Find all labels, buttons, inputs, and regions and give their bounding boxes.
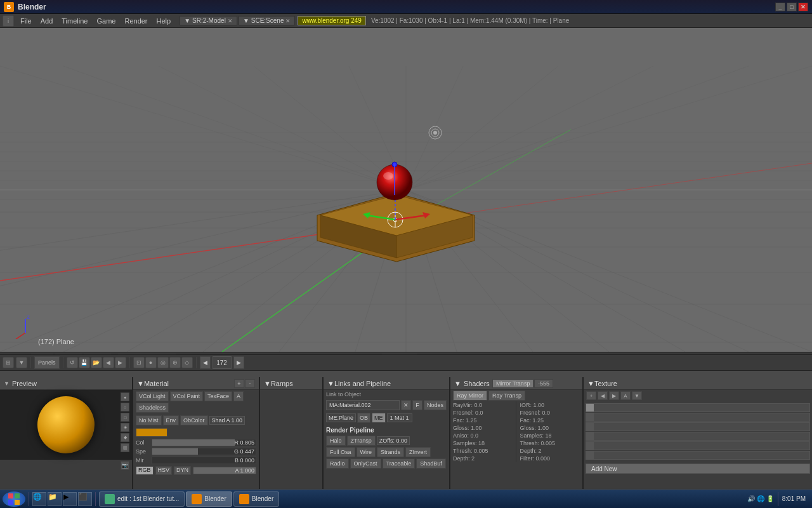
strands-btn[interactable]: Strands — [377, 447, 404, 457]
shad-a-field[interactable]: Shad A 1.00 — [209, 416, 246, 425]
hsv-button[interactable]: HSV — [155, 466, 173, 475]
dyn-button[interactable]: DYN — [174, 466, 191, 475]
halo-btn[interactable]: Halo — [326, 436, 346, 446]
tex-slot-1[interactable] — [586, 403, 810, 412]
col-slider[interactable]: R 0.805 — [152, 439, 256, 446]
tex-slot-4[interactable] — [586, 432, 810, 441]
taskbar-app-1[interactable]: edit : 1st Blender tut... — [99, 491, 185, 507]
ramps-collapse-arrow[interactable]: ▼ — [264, 380, 271, 387]
a-slider[interactable]: A 1.000 — [193, 467, 256, 474]
blender-link[interactable]: www.blender.org 249 — [298, 16, 365, 25]
ob-btn[interactable]: OB — [357, 413, 370, 423]
ptb-save-icon[interactable]: 💾 — [79, 357, 90, 368]
scene-tab-scene-close[interactable]: ✕ — [285, 18, 291, 24]
tex-a-icon[interactable]: A — [620, 391, 631, 400]
taskbar-app-3[interactable]: Blender — [233, 491, 279, 507]
zinvert-btn[interactable]: ZInvert — [405, 447, 431, 457]
ptb-phys-3[interactable]: ◎ — [157, 357, 169, 368]
minimize-button[interactable]: _ — [775, 3, 785, 11]
ztransp-btn[interactable]: ZTransp — [347, 436, 376, 446]
add-new-texture-button[interactable]: Add New — [586, 464, 810, 474]
tex-prev-icon[interactable]: ◀ — [598, 391, 608, 400]
ptb-phys-5[interactable]: ◇ — [181, 357, 193, 368]
menu-help[interactable]: Help — [153, 16, 175, 26]
mat-x-btn[interactable]: ✕ — [401, 400, 411, 410]
tex-slot-5[interactable] — [586, 441, 810, 450]
ptb-phys-4[interactable]: ⊛ — [169, 357, 181, 368]
tex-face-btn[interactable]: TexFace — [204, 391, 232, 401]
menu-timeline[interactable]: Timeline — [58, 16, 91, 26]
menu-add[interactable]: Add — [37, 16, 57, 26]
ob-color-btn[interactable]: ObColor — [180, 415, 208, 425]
shaders-collapse-arrow[interactable]: ▼ — [454, 380, 461, 387]
app-icon[interactable]: ⬛ — [78, 492, 92, 506]
shader-555-tab[interactable]: ·555 — [534, 379, 553, 388]
color-swatch[interactable] — [136, 428, 167, 437]
tex-b-icon[interactable]: ▼ — [632, 391, 642, 400]
ray-mirror-btn[interactable]: Ray Mirror — [453, 391, 487, 401]
traceable-btn[interactable]: Traceable — [383, 458, 416, 469]
menu-file[interactable]: File — [16, 16, 36, 26]
frame-prev-button[interactable]: ◀ — [200, 356, 211, 369]
full-osa-btn[interactable]: Full Osa — [326, 447, 355, 457]
shadbuf-btn[interactable]: ShadBuf — [416, 458, 446, 469]
ptb-refresh-icon[interactable]: ↺ — [67, 357, 78, 368]
preview-btn-1[interactable]: ● — [121, 392, 129, 401]
links-collapse-arrow[interactable]: ▼ — [327, 380, 334, 387]
tex-slot-2[interactable] — [586, 413, 810, 422]
viewport-3d[interactable]: Z (172) Plane — [0, 28, 812, 352]
tex-add-icon[interactable]: + — [586, 391, 596, 400]
preview-btn-6[interactable]: ▥ — [121, 443, 129, 452]
env-btn[interactable]: Env — [163, 415, 180, 425]
material-name-dropdown[interactable]: MA:Material.002 — [326, 400, 400, 410]
tex-slot-6[interactable] — [586, 451, 810, 460]
mat-add-btn[interactable]: + — [234, 379, 244, 388]
menu-render[interactable]: Render — [121, 16, 151, 26]
a-btn[interactable]: A — [233, 391, 244, 401]
preview-collapse-arrow[interactable]: ▼ — [4, 380, 10, 387]
scene-tab-model-close[interactable]: ✕ — [228, 18, 233, 24]
taskbar-app-2[interactable]: Blender — [186, 491, 232, 507]
preview-btn-4[interactable]: ◈ — [121, 423, 129, 432]
scene-tab-scene[interactable]: ▼ SCE:Scene ✕ — [239, 16, 296, 25]
preview-btn-5[interactable]: ◆ — [121, 433, 129, 442]
ptb-phys-1[interactable]: ⊡ — [133, 357, 145, 368]
no-mist-btn[interactable]: No Mist — [136, 415, 162, 425]
mirror-transp-tab[interactable]: Mirror Transp — [492, 379, 534, 388]
vcol-light-btn[interactable]: VCol Light — [136, 391, 169, 401]
mat-f-btn[interactable]: F — [412, 400, 422, 410]
me-btn[interactable]: ME — [372, 413, 386, 423]
tex-next-icon[interactable]: ▶ — [609, 391, 619, 400]
mat-remove-btn[interactable]: - — [245, 379, 255, 388]
ptb-phys-2[interactable]: ● — [145, 357, 157, 368]
spe-slider[interactable]: G 0.447 — [152, 448, 256, 455]
frame-number[interactable]: 172 — [213, 356, 232, 369]
scene-tab-model[interactable]: ▼ SR:2-Model ✕ — [180, 16, 237, 25]
vcol-paint-btn[interactable]: VCol Paint — [170, 391, 204, 401]
nodes-btn[interactable]: Nodes — [424, 400, 447, 410]
tex-slot-3[interactable] — [586, 422, 810, 431]
material-collapse-arrow[interactable]: ▼ — [137, 380, 144, 387]
folder-icon[interactable]: 📁 — [48, 492, 62, 506]
ptb-fwd-icon[interactable]: ▶ — [115, 357, 126, 368]
maximize-button[interactable]: □ — [787, 3, 797, 11]
panels-button[interactable]: Panels — [34, 356, 60, 369]
props-editor-icon[interactable]: ⊞ — [3, 357, 14, 368]
ptb-load-icon[interactable]: 📂 — [91, 357, 102, 368]
preview-camera-icon[interactable]: 📷 — [121, 461, 129, 470]
preview-btn-2[interactable]: ○ — [121, 403, 129, 411]
frame-next-button[interactable]: ▶ — [233, 356, 244, 369]
ray-transp-btn[interactable]: Ray Transp — [488, 391, 525, 401]
rgb-button[interactable]: RGB — [136, 466, 154, 475]
ie-icon[interactable]: 🌐 — [32, 492, 46, 506]
shadeless-btn[interactable]: Shadeless — [136, 403, 169, 413]
radio-btn[interactable]: Radio — [326, 458, 349, 469]
ptb-back-icon[interactable]: ◀ — [103, 357, 114, 368]
system-clock[interactable]: 8:01 PM — [782, 495, 806, 503]
texture-collapse-arrow[interactable]: ▼ — [587, 380, 594, 387]
menu-game[interactable]: Game — [93, 16, 119, 26]
zoffs-field[interactable]: ZOffs: 0.00 — [377, 436, 410, 445]
preview-btn-3[interactable]: □ — [121, 413, 129, 422]
only-cast-btn[interactable]: OnlyCast — [350, 458, 381, 469]
mir-slider[interactable]: B 0.000 — [152, 457, 256, 464]
